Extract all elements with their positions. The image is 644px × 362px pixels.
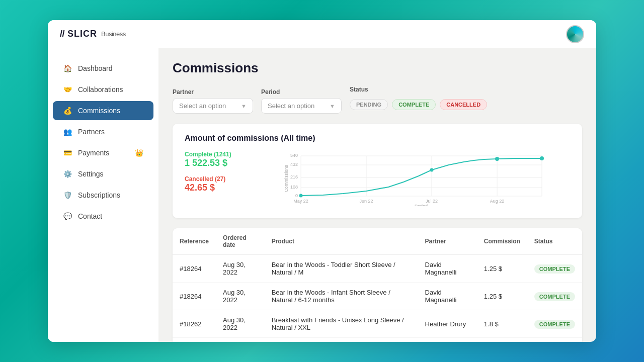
status-badge: COMPLETE [534, 264, 575, 274]
sidebar-label-dashboard: Dashboard [78, 64, 113, 72]
sidebar-item-subscriptions[interactable]: 🛡️ Subscriptions [53, 186, 153, 205]
partner-chevron-icon: ▼ [241, 103, 247, 109]
status-filter-label: Status [350, 86, 487, 93]
svg-point-16 [299, 194, 303, 198]
cell-ref: #18262 [173, 338, 216, 342]
cell-status: COMPLETE [527, 283, 582, 310]
col-ordered-date: Ordered date [216, 228, 265, 255]
status-filter-group: Status PENDING COMPLETE CANCELLED [350, 86, 487, 114]
chart-title: Amount of commissions (All time) [185, 134, 570, 143]
cell-partner: David Magnanelli [418, 255, 477, 283]
payments-icon: 💳 [63, 148, 72, 157]
logo-name: SLICR [67, 29, 97, 39]
svg-text:Commissions: Commissions [284, 164, 289, 192]
chart-body: Complete (1241) 1 522.53 $ Cancelled (27… [185, 151, 570, 208]
sidebar-label-collaborations: Collaborations [78, 85, 123, 94]
sidebar: 🏠 Dashboard 🤝 Collaborations 💰 Commissio… [48, 48, 158, 342]
subscriptions-icon: 🛡️ [63, 191, 72, 200]
legend-cancelled-label: Cancelled (27) [185, 175, 245, 183]
status-badge-pending[interactable]: PENDING [350, 99, 388, 110]
cell-date: Aug 30, 2022 [216, 338, 265, 342]
svg-point-17 [430, 168, 434, 172]
cell-partner: Heather Drury [418, 338, 477, 342]
page-title: Commissions [173, 60, 582, 76]
svg-text:216: 216 [290, 174, 298, 179]
svg-text:Jul 22: Jul 22 [426, 199, 438, 204]
commissions-table: Reference Ordered date Product Partner C… [173, 228, 582, 342]
col-product: Product [265, 228, 418, 255]
svg-text:Period: Period [415, 204, 428, 206]
collaborations-icon: 🤝 [63, 85, 72, 94]
cell-date: Aug 30, 2022 [216, 283, 265, 310]
cell-partner: Heather Drury [418, 310, 477, 338]
sidebar-label-commissions: Commissions [78, 107, 120, 115]
sidebar-item-commissions[interactable]: 💰 Commissions [53, 101, 153, 120]
cell-commission: 1.25 $ [477, 283, 527, 310]
partners-icon: 👥 [63, 127, 72, 136]
logo: // SLICR Business [60, 29, 126, 39]
settings-icon: ⚙️ [63, 169, 72, 178]
avatar[interactable] [566, 25, 584, 43]
main-content: 🏠 Dashboard 🤝 Collaborations 💰 Commissio… [48, 48, 596, 342]
cell-partner: David Magnanelli [418, 283, 477, 310]
chart-legend: Complete (1241) 1 522.53 $ Cancelled (27… [185, 151, 245, 193]
cell-ref: #18264 [173, 283, 216, 310]
cell-status: COMPLETE [527, 310, 582, 338]
contact-icon: 💬 [63, 212, 72, 221]
legend-cancelled: Cancelled (27) 42.65 $ [185, 175, 245, 193]
col-commission: Commission [477, 228, 527, 255]
svg-point-19 [540, 156, 544, 160]
logo-slashes: // [60, 29, 64, 39]
payments-badge: 👑 [135, 149, 143, 157]
svg-text:540: 540 [290, 153, 298, 158]
partner-filter-label: Partner [173, 88, 253, 96]
period-filter-label: Period [261, 88, 342, 96]
period-chevron-icon: ▼ [330, 103, 335, 109]
page-area: Commissions Partner Select an option ▼ P… [158, 48, 596, 342]
app-window: // SLICR Business 🏠 Dashboard 🤝 Collabor… [48, 20, 596, 342]
cell-ref: #18264 [173, 255, 216, 283]
topbar: // SLICR Business [48, 20, 596, 48]
sidebar-label-settings: Settings [78, 170, 104, 178]
cell-status: COMPLETE [527, 338, 582, 342]
partner-select[interactable]: Select an option ▼ [173, 98, 253, 114]
cell-status: COMPLETE [527, 255, 582, 283]
svg-text:108: 108 [290, 185, 298, 190]
table-row: #18262 Aug 30, 2022 Breakfast with Frien… [173, 310, 582, 338]
table-row: #18262 Aug 30, 2022 Breakfast with Frien… [173, 338, 582, 342]
cell-commission: 1.8 $ [477, 310, 527, 338]
status-badge-cancelled[interactable]: CANCELLED [440, 99, 487, 110]
cell-date: Aug 30, 2022 [216, 310, 265, 338]
svg-text:0: 0 [295, 193, 298, 198]
svg-text:May 22: May 22 [293, 199, 308, 204]
partner-filter-group: Partner Select an option ▼ [173, 88, 253, 114]
legend-complete-value: 1 522.53 $ [185, 158, 245, 168]
status-badge-complete[interactable]: COMPLETE [392, 99, 436, 110]
sidebar-label-contact: Contact [78, 212, 102, 220]
logo-business: Business [101, 30, 126, 38]
svg-point-18 [495, 157, 499, 161]
sidebar-item-dashboard[interactable]: 🏠 Dashboard [53, 59, 153, 78]
col-status: Status [527, 228, 582, 255]
legend-complete-label: Complete (1241) [185, 151, 245, 158]
partner-select-value: Select an option [179, 102, 226, 110]
status-badge: COMPLETE [534, 292, 575, 301]
legend-complete: Complete (1241) 1 522.53 $ [185, 151, 245, 168]
cell-commission: 1.25 $ [477, 255, 527, 283]
sidebar-item-contact[interactable]: 💬 Contact [53, 207, 153, 226]
dashboard-icon: 🏠 [63, 64, 72, 73]
period-select[interactable]: Select an option ▼ [261, 98, 342, 114]
cell-ref: #18262 [173, 310, 216, 338]
commissions-icon: 💰 [63, 106, 72, 115]
period-select-value: Select an option [268, 102, 314, 110]
sidebar-item-partners[interactable]: 👥 Partners [53, 122, 153, 141]
period-filter-group: Period Select an option ▼ [261, 88, 342, 114]
cell-product: Breakfast with Friends - Toddler Short S… [265, 338, 418, 342]
sidebar-item-payments[interactable]: 💳 Payments 👑 [53, 143, 153, 162]
table-card: Reference Ordered date Product Partner C… [173, 228, 582, 342]
legend-cancelled-value: 42.65 $ [185, 183, 245, 193]
sidebar-item-settings[interactable]: ⚙️ Settings [53, 164, 153, 184]
sidebar-item-collaborations[interactable]: 🤝 Collaborations [53, 80, 153, 99]
status-badges: PENDING COMPLETE CANCELLED [350, 96, 487, 114]
cell-date: Aug 30, 2022 [216, 255, 265, 283]
